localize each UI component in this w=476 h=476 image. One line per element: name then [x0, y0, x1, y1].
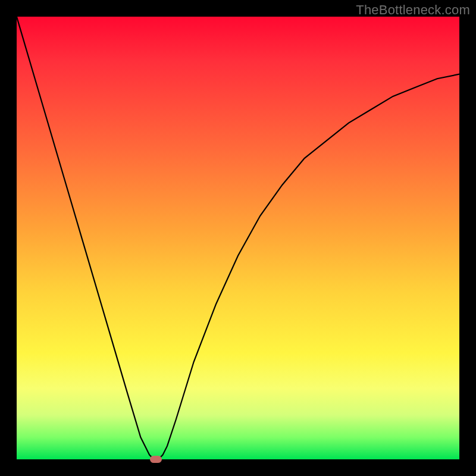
plot-area — [17, 17, 459, 459]
bottleneck-curve — [17, 17, 459, 459]
minimum-marker — [150, 456, 162, 463]
chart-frame: TheBottleneck.com — [0, 0, 476, 476]
watermark-text: TheBottleneck.com — [356, 2, 470, 18]
